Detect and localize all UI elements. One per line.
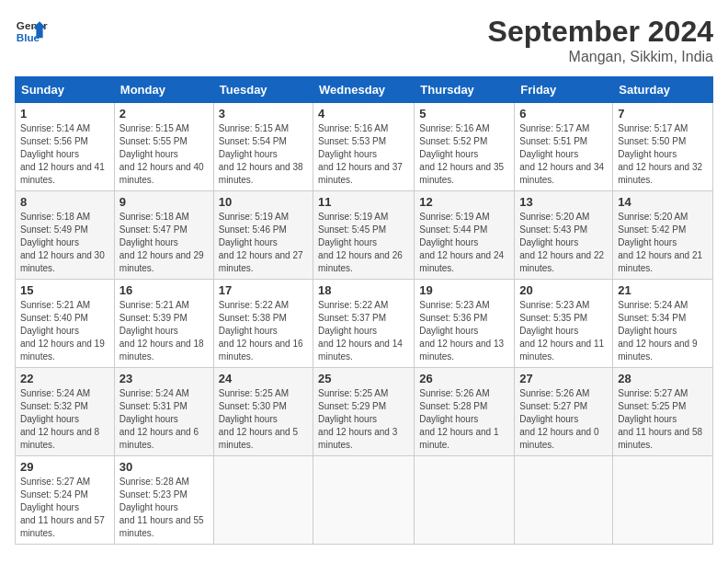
day-number: 6 xyxy=(519,107,608,121)
col-header-sunday: Sunday xyxy=(16,77,115,103)
day-detail: Sunrise: 5:17 AMSunset: 5:51 PMDaylight … xyxy=(519,122,608,187)
calendar-cell: 27 Sunrise: 5:26 AMSunset: 5:27 PMDaylig… xyxy=(515,368,613,456)
day-detail: Sunrise: 5:21 AMSunset: 5:40 PMDaylight … xyxy=(20,299,109,363)
calendar-cell: 29 Sunrise: 5:27 AMSunset: 5:24 PMDaylig… xyxy=(16,456,115,545)
calendar-cell: 11 Sunrise: 5:19 AMSunset: 5:45 PMDaylig… xyxy=(313,191,415,280)
day-number: 16 xyxy=(119,283,209,297)
calendar-header-row: SundayMondayTuesdayWednesdayThursdayFrid… xyxy=(16,77,713,103)
col-header-friday: Friday xyxy=(515,77,613,103)
calendar-cell: 1 Sunrise: 5:14 AMSunset: 5:56 PMDayligh… xyxy=(16,103,115,191)
day-number: 19 xyxy=(419,283,509,297)
day-number: 27 xyxy=(519,372,608,385)
day-number: 11 xyxy=(318,195,409,209)
day-detail: Sunrise: 5:20 AMSunset: 5:42 PMDaylight … xyxy=(618,211,708,275)
calendar-cell: 14 Sunrise: 5:20 AMSunset: 5:42 PMDaylig… xyxy=(613,191,713,280)
day-number: 28 xyxy=(618,372,708,385)
calendar-cell: 5 Sunrise: 5:16 AMSunset: 5:52 PMDayligh… xyxy=(415,103,515,191)
day-detail: Sunrise: 5:16 AMSunset: 5:53 PMDaylight … xyxy=(318,122,409,187)
calendar-cell: 23 Sunrise: 5:24 AMSunset: 5:31 PMDaylig… xyxy=(114,368,213,456)
day-number: 17 xyxy=(219,283,308,297)
calendar-cell xyxy=(415,456,515,545)
calendar-cell: 22 Sunrise: 5:24 AMSunset: 5:32 PMDaylig… xyxy=(16,368,115,456)
day-number: 25 xyxy=(318,372,409,385)
title-block: September 2024 Mangan, Sikkim, India xyxy=(488,15,713,65)
day-number: 26 xyxy=(419,372,509,385)
day-detail: Sunrise: 5:27 AMSunset: 5:24 PMDaylight … xyxy=(20,476,109,540)
calendar-week-5: 29 Sunrise: 5:27 AMSunset: 5:24 PMDaylig… xyxy=(16,456,713,545)
calendar-cell: 15 Sunrise: 5:21 AMSunset: 5:40 PMDaylig… xyxy=(16,280,115,368)
col-header-tuesday: Tuesday xyxy=(213,77,313,103)
day-detail: Sunrise: 5:19 AMSunset: 5:44 PMDaylight … xyxy=(419,211,509,275)
day-detail: Sunrise: 5:22 AMSunset: 5:37 PMDaylight … xyxy=(318,299,409,363)
calendar-cell: 10 Sunrise: 5:19 AMSunset: 5:46 PMDaylig… xyxy=(213,191,313,280)
calendar-cell: 2 Sunrise: 5:15 AMSunset: 5:55 PMDayligh… xyxy=(114,103,213,191)
day-number: 29 xyxy=(20,460,109,474)
day-number: 20 xyxy=(519,283,608,297)
calendar-cell: 6 Sunrise: 5:17 AMSunset: 5:51 PMDayligh… xyxy=(515,103,613,191)
col-header-monday: Monday xyxy=(114,77,213,103)
day-detail: Sunrise: 5:24 AMSunset: 5:32 PMDaylight … xyxy=(20,387,109,452)
day-number: 9 xyxy=(119,195,209,209)
day-detail: Sunrise: 5:23 AMSunset: 5:35 PMDaylight … xyxy=(519,299,608,363)
calendar-cell: 18 Sunrise: 5:22 AMSunset: 5:37 PMDaylig… xyxy=(313,280,415,368)
calendar-cell: 13 Sunrise: 5:20 AMSunset: 5:43 PMDaylig… xyxy=(515,191,613,280)
calendar-cell xyxy=(313,456,415,545)
calendar-cell xyxy=(613,456,713,545)
day-number: 23 xyxy=(119,372,209,385)
col-header-wednesday: Wednesday xyxy=(313,77,415,103)
day-detail: Sunrise: 5:18 AMSunset: 5:47 PMDaylight … xyxy=(119,211,209,275)
calendar-cell: 25 Sunrise: 5:25 AMSunset: 5:29 PMDaylig… xyxy=(313,368,415,456)
calendar-cell: 26 Sunrise: 5:26 AMSunset: 5:28 PMDaylig… xyxy=(415,368,515,456)
day-number: 1 xyxy=(20,107,109,121)
calendar-cell: 30 Sunrise: 5:28 AMSunset: 5:23 PMDaylig… xyxy=(114,456,213,545)
day-detail: Sunrise: 5:21 AMSunset: 5:39 PMDaylight … xyxy=(119,299,209,363)
logo: General Blue xyxy=(15,15,48,48)
day-detail: Sunrise: 5:20 AMSunset: 5:43 PMDaylight … xyxy=(519,211,608,275)
day-detail: Sunrise: 5:24 AMSunset: 5:34 PMDaylight … xyxy=(618,299,708,363)
day-detail: Sunrise: 5:27 AMSunset: 5:25 PMDaylight … xyxy=(618,387,708,452)
col-header-thursday: Thursday xyxy=(415,77,515,103)
day-number: 5 xyxy=(419,107,509,121)
calendar-week-2: 8 Sunrise: 5:18 AMSunset: 5:49 PMDayligh… xyxy=(16,191,713,280)
day-detail: Sunrise: 5:18 AMSunset: 5:49 PMDaylight … xyxy=(20,211,109,275)
day-detail: Sunrise: 5:14 AMSunset: 5:56 PMDaylight … xyxy=(20,122,109,187)
location: Mangan, Sikkim, India xyxy=(488,49,713,65)
day-detail: Sunrise: 5:15 AMSunset: 5:55 PMDaylight … xyxy=(119,122,209,187)
day-detail: Sunrise: 5:25 AMSunset: 5:30 PMDaylight … xyxy=(219,387,308,452)
day-number: 4 xyxy=(318,107,409,121)
day-detail: Sunrise: 5:19 AMSunset: 5:46 PMDaylight … xyxy=(219,211,308,275)
logo-icon: General Blue xyxy=(15,15,48,48)
day-detail: Sunrise: 5:17 AMSunset: 5:50 PMDaylight … xyxy=(618,122,708,187)
calendar-cell xyxy=(213,456,313,545)
calendar-cell: 12 Sunrise: 5:19 AMSunset: 5:44 PMDaylig… xyxy=(415,191,515,280)
page-header: General Blue September 2024 Mangan, Sikk… xyxy=(15,15,713,65)
day-detail: Sunrise: 5:28 AMSunset: 5:23 PMDaylight … xyxy=(119,476,209,540)
calendar-body: 1 Sunrise: 5:14 AMSunset: 5:56 PMDayligh… xyxy=(16,103,713,545)
calendar-cell xyxy=(515,456,613,545)
calendar-week-4: 22 Sunrise: 5:24 AMSunset: 5:32 PMDaylig… xyxy=(16,368,713,456)
day-number: 8 xyxy=(20,195,109,209)
calendar-cell: 16 Sunrise: 5:21 AMSunset: 5:39 PMDaylig… xyxy=(114,280,213,368)
day-detail: Sunrise: 5:23 AMSunset: 5:36 PMDaylight … xyxy=(419,299,509,363)
calendar-week-1: 1 Sunrise: 5:14 AMSunset: 5:56 PMDayligh… xyxy=(16,103,713,191)
month-title: September 2024 xyxy=(488,15,713,49)
calendar-cell: 20 Sunrise: 5:23 AMSunset: 5:35 PMDaylig… xyxy=(515,280,613,368)
day-number: 12 xyxy=(419,195,509,209)
day-number: 3 xyxy=(219,107,308,121)
calendar-cell: 28 Sunrise: 5:27 AMSunset: 5:25 PMDaylig… xyxy=(613,368,713,456)
day-number: 7 xyxy=(618,107,708,121)
day-number: 30 xyxy=(119,460,209,474)
calendar-cell: 19 Sunrise: 5:23 AMSunset: 5:36 PMDaylig… xyxy=(415,280,515,368)
day-number: 21 xyxy=(618,283,708,297)
day-detail: Sunrise: 5:26 AMSunset: 5:27 PMDaylight … xyxy=(519,387,608,452)
day-detail: Sunrise: 5:24 AMSunset: 5:31 PMDaylight … xyxy=(119,387,209,452)
day-number: 2 xyxy=(119,107,209,121)
day-number: 24 xyxy=(219,372,308,385)
day-detail: Sunrise: 5:25 AMSunset: 5:29 PMDaylight … xyxy=(318,387,409,452)
calendar-cell: 9 Sunrise: 5:18 AMSunset: 5:47 PMDayligh… xyxy=(114,191,213,280)
calendar-cell: 8 Sunrise: 5:18 AMSunset: 5:49 PMDayligh… xyxy=(16,191,115,280)
calendar-cell: 17 Sunrise: 5:22 AMSunset: 5:38 PMDaylig… xyxy=(213,280,313,368)
day-detail: Sunrise: 5:16 AMSunset: 5:52 PMDaylight … xyxy=(419,122,509,187)
day-detail: Sunrise: 5:15 AMSunset: 5:54 PMDaylight … xyxy=(219,122,308,187)
day-number: 22 xyxy=(20,372,109,385)
